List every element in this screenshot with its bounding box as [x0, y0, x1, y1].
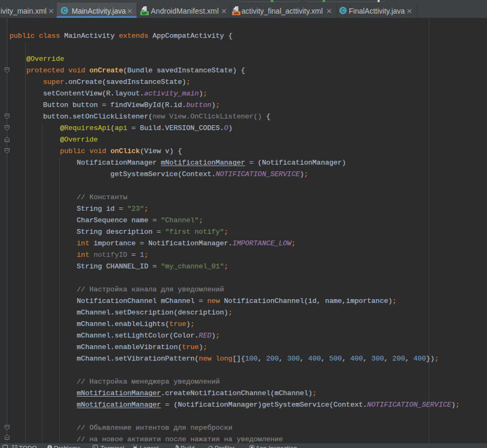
svg-text:</>: </>: [234, 12, 239, 15]
svg-text:MF: MF: [142, 12, 148, 15]
svg-text:C: C: [341, 8, 345, 14]
svg-text:C: C: [62, 8, 66, 14]
